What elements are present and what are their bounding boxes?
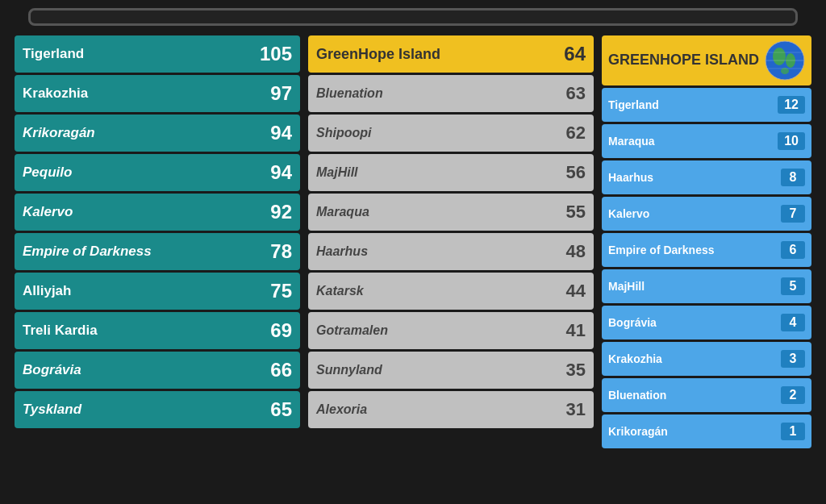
- mid-header-row: GreenHope Island 64: [308, 35, 594, 73]
- right-row-score: 10: [778, 132, 805, 150]
- right-row-name: Haarhus: [608, 171, 653, 184]
- mid-row-score: 48: [566, 241, 586, 262]
- right-header: GREENHOPE ISLAND: [602, 35, 811, 85]
- left-row-name: Pequilo: [23, 165, 72, 181]
- mid-column: GreenHope Island 64 Bluenation 63 Shipoo…: [308, 35, 594, 496]
- mid-row-name: MajHill: [316, 165, 358, 180]
- mid-row: Sunnyland 35: [308, 352, 594, 389]
- left-row-name: Bográvia: [23, 362, 81, 378]
- left-row: Krikoragán 94: [15, 115, 300, 152]
- mid-row: Haarhus 48: [308, 233, 594, 270]
- right-header-text: GREENHOPE ISLAND: [608, 52, 759, 69]
- mid-row-name: Alexoria: [316, 402, 367, 417]
- right-row-name: Bográvia: [608, 316, 657, 329]
- mid-row: Shipoopi 62: [308, 115, 594, 152]
- right-row: Haarhus 8: [602, 160, 811, 194]
- left-row-score: 66: [270, 359, 292, 381]
- right-row-name: Krikoragán: [608, 425, 668, 438]
- right-row: Bográvia 4: [602, 306, 811, 339]
- left-row-name: Krikoragán: [23, 125, 95, 141]
- scoreboard-title-bar: [28, 8, 798, 26]
- mid-row-score: 35: [566, 360, 586, 381]
- mid-row-score: 44: [566, 281, 586, 302]
- left-row-score: 65: [270, 398, 292, 421]
- right-row-name: Kalervo: [608, 207, 649, 220]
- mid-row-score: 31: [566, 399, 586, 420]
- mid-header-score: 64: [564, 43, 586, 65]
- svg-point-1: [773, 48, 786, 65]
- mid-row: Bluenation 63: [308, 75, 594, 112]
- left-row-score: 92: [270, 201, 292, 223]
- mid-row-name: Haarhus: [316, 244, 368, 259]
- left-row: Alliyjah 75: [15, 273, 300, 310]
- mid-header-name: GreenHope Island: [316, 46, 440, 63]
- left-row: Treli Kardia 69: [15, 312, 300, 349]
- mid-row-score: 63: [566, 83, 586, 104]
- mid-row-name: Maraqua: [316, 205, 369, 219]
- left-row-score: 94: [270, 122, 292, 144]
- right-row-score: 3: [781, 350, 805, 368]
- right-row: Empire of Darkness 6: [602, 233, 811, 267]
- right-row-score: 12: [778, 96, 805, 114]
- mid-row-score: 56: [566, 162, 586, 183]
- main-content: Tigerland 105 Krakozhia 97 Krikoragán 94…: [8, 35, 818, 496]
- left-row-score: 69: [270, 319, 292, 342]
- left-row-name: Krakozhia: [23, 85, 88, 102]
- right-row: Krikoragán 1: [602, 414, 811, 448]
- left-row-name: Treli Kardia: [23, 323, 98, 339]
- mid-row: Alexoria 31: [308, 391, 594, 428]
- left-row-score: 94: [270, 161, 292, 184]
- right-row-score: 7: [781, 205, 805, 223]
- right-row: MajHill 5: [602, 269, 811, 303]
- left-row-name: Alliyjah: [23, 283, 71, 299]
- mid-row-name: Gotramalen: [316, 323, 388, 338]
- right-row: Maraqua 10: [602, 124, 811, 158]
- mid-row-name: Katarsk: [316, 284, 364, 298]
- mid-row-name: Shipoopi: [316, 126, 371, 140]
- left-row-score: 78: [270, 240, 292, 263]
- right-row-score: 1: [781, 423, 805, 440]
- mid-row-score: 55: [566, 202, 586, 223]
- right-row-score: 5: [781, 277, 805, 295]
- mid-row: MajHill 56: [308, 154, 594, 191]
- left-row-name: Tigerland: [23, 46, 84, 62]
- left-row-score: 97: [270, 82, 292, 105]
- left-row: Pequilo 94: [15, 154, 300, 191]
- right-row: Kalervo 7: [602, 197, 811, 231]
- right-row-score: 6: [781, 241, 805, 259]
- left-row-name: Tyskland: [23, 402, 81, 418]
- right-row-name: Bluenation: [608, 389, 666, 402]
- right-row-name: Tigerland: [608, 98, 659, 111]
- mid-row: Maraqua 55: [308, 194, 594, 231]
- right-row: Krakozhia 3: [602, 342, 811, 376]
- left-row-name: Kalervo: [23, 204, 73, 220]
- right-row-name: Krakozhia: [608, 352, 662, 365]
- mid-row-score: 41: [566, 320, 586, 341]
- right-row-score: 2: [781, 386, 805, 404]
- left-row-name: Empire of Darkness: [23, 244, 152, 260]
- right-row: Tigerland 12: [602, 88, 811, 122]
- left-row: Kalervo 92: [15, 194, 300, 231]
- mid-row-name: Sunnyland: [316, 363, 382, 377]
- globe-icon: [765, 40, 805, 81]
- right-row: Bluenation 2: [602, 378, 811, 412]
- right-row-name: Maraqua: [608, 135, 655, 148]
- mid-row-name: Bluenation: [316, 86, 383, 101]
- right-row-score: 4: [781, 314, 805, 331]
- left-row-score: 105: [260, 43, 292, 65]
- mid-row-score: 62: [566, 123, 586, 144]
- left-row-score: 75: [270, 280, 292, 302]
- left-row: Bográvia 66: [15, 352, 300, 389]
- left-row: Krakozhia 97: [15, 75, 300, 112]
- right-column: GREENHOPE ISLAND Tigerland 12 Maraqua 10…: [602, 35, 811, 496]
- left-column: Tigerland 105 Krakozhia 97 Krikoragán 94…: [15, 35, 300, 496]
- left-row: Tyskland 65: [15, 391, 300, 428]
- right-row-score: 8: [781, 169, 805, 186]
- right-row-name: MajHill: [608, 280, 645, 293]
- left-row: Empire of Darkness 78: [15, 233, 300, 270]
- mid-row: Katarsk 44: [308, 273, 594, 310]
- mid-row: Gotramalen 41: [308, 312, 594, 349]
- right-row-name: Empire of Darkness: [608, 244, 715, 256]
- left-row: Tigerland 105: [15, 35, 300, 73]
